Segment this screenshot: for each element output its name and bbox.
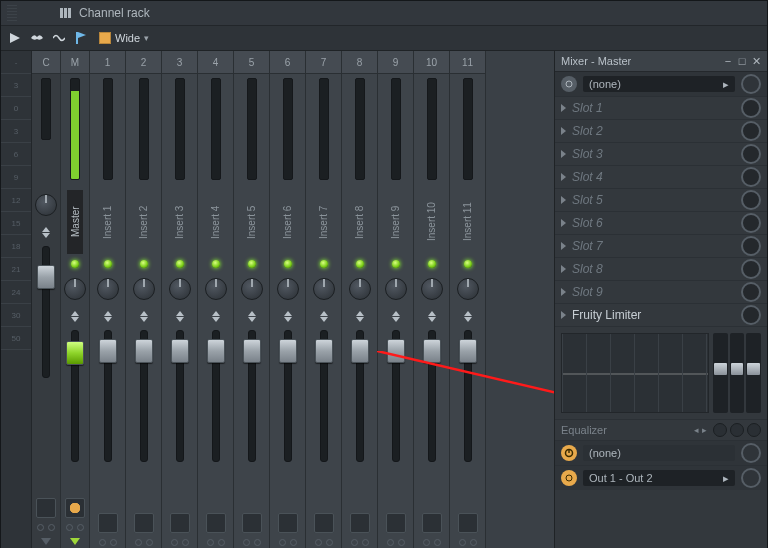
- fx-slot-used[interactable]: Fruity Limiter: [555, 304, 767, 327]
- close-icon[interactable]: ✕: [751, 56, 761, 66]
- fx-arrows[interactable]: [392, 306, 400, 326]
- route-toggle[interactable]: [206, 513, 226, 533]
- output-latency-icon[interactable]: [741, 468, 761, 488]
- mini-dots[interactable]: [207, 539, 225, 546]
- pan-knob[interactable]: [313, 278, 335, 300]
- fx-slot-empty[interactable]: Slot 1: [555, 97, 767, 120]
- track-insert[interactable]: 11Insert 11: [450, 51, 486, 548]
- track-insert[interactable]: 2Insert 2: [126, 51, 162, 548]
- volume-fader[interactable]: [212, 326, 220, 510]
- volume-fader[interactable]: [176, 326, 184, 510]
- mini-dots[interactable]: [66, 524, 84, 531]
- fx-slot-empty[interactable]: Slot 5: [555, 189, 767, 212]
- route-toggle[interactable]: [458, 513, 478, 533]
- mute-led[interactable]: [212, 260, 220, 268]
- volume-fader[interactable]: [248, 326, 256, 510]
- route-toggle[interactable]: [98, 513, 118, 533]
- track-insert[interactable]: 10Insert 10: [414, 51, 450, 548]
- pan-knob[interactable]: [385, 278, 407, 300]
- volume-fader[interactable]: [320, 326, 328, 510]
- route-toggle[interactable]: [386, 513, 406, 533]
- mini-dots[interactable]: [315, 539, 333, 546]
- flag-icon[interactable]: [73, 30, 89, 46]
- send-latency-icon[interactable]: [741, 443, 761, 463]
- track-insert[interactable]: 6Insert 6: [270, 51, 306, 548]
- bird-icon[interactable]: [29, 30, 45, 46]
- eq-band-fader-mid[interactable]: [730, 333, 745, 413]
- dock-arrow-icon[interactable]: [70, 538, 80, 545]
- fx-arrows[interactable]: [464, 306, 472, 326]
- input-latency-icon[interactable]: [741, 74, 761, 94]
- fx-slot-empty[interactable]: Slot 3: [555, 143, 767, 166]
- minimize-icon[interactable]: −: [723, 56, 733, 66]
- route-toggle[interactable]: [134, 513, 154, 533]
- output-routing-icon[interactable]: [561, 470, 577, 486]
- route-toggle[interactable]: [242, 513, 262, 533]
- route-toggle[interactable]: [170, 513, 190, 533]
- pan-knob[interactable]: [277, 278, 299, 300]
- fx-slot-empty[interactable]: Slot 2: [555, 120, 767, 143]
- eq-band-fader-low[interactable]: [713, 333, 728, 413]
- fx-arrows[interactable]: [42, 222, 50, 242]
- track-insert[interactable]: 5Insert 5: [234, 51, 270, 548]
- mini-dots[interactable]: [423, 539, 441, 546]
- eq-freq-knob-low[interactable]: [713, 423, 727, 437]
- slot-mix-knob[interactable]: [741, 236, 761, 256]
- mini-dots[interactable]: [279, 539, 297, 546]
- fx-arrows[interactable]: [248, 306, 256, 326]
- mute-led[interactable]: [104, 260, 112, 268]
- track-insert[interactable]: 4Insert 4: [198, 51, 234, 548]
- mute-led[interactable]: [248, 260, 256, 268]
- fx-arrows[interactable]: [140, 306, 148, 326]
- pan-knob[interactable]: [35, 194, 57, 216]
- pan-knob[interactable]: [205, 278, 227, 300]
- mute-led[interactable]: [320, 260, 328, 268]
- eq-freq-knob-mid[interactable]: [730, 423, 744, 437]
- route-toggle[interactable]: [36, 498, 56, 518]
- slot-mix-knob[interactable]: [741, 259, 761, 279]
- track-master[interactable]: M Master: [61, 51, 90, 548]
- fx-slot-empty[interactable]: Slot 7: [555, 235, 767, 258]
- fx-arrows[interactable]: [428, 306, 436, 326]
- route-toggle[interactable]: [65, 498, 85, 518]
- track-insert[interactable]: 8Insert 8: [342, 51, 378, 548]
- mute-led[interactable]: [71, 260, 79, 268]
- mini-dots[interactable]: [37, 524, 55, 531]
- send-selector[interactable]: (none): [583, 445, 735, 461]
- slot-mix-knob[interactable]: [741, 98, 761, 118]
- volume-fader[interactable]: [464, 326, 472, 510]
- mini-dots[interactable]: [171, 539, 189, 546]
- pan-knob[interactable]: [169, 278, 191, 300]
- volume-fader[interactable]: [428, 326, 436, 510]
- mute-led[interactable]: [464, 260, 472, 268]
- eq-freq-knob-high[interactable]: [747, 423, 761, 437]
- fx-slot-empty[interactable]: Slot 6: [555, 212, 767, 235]
- volume-fader[interactable]: [104, 326, 112, 510]
- volume-fader[interactable]: [392, 326, 400, 510]
- track-insert[interactable]: 1Insert 1: [90, 51, 126, 548]
- play-icon[interactable]: [7, 30, 23, 46]
- slot-mix-knob[interactable]: [741, 167, 761, 187]
- fx-slot-empty[interactable]: Slot 4: [555, 166, 767, 189]
- volume-fader[interactable]: [140, 326, 148, 510]
- mute-led[interactable]: [428, 260, 436, 268]
- pan-knob[interactable]: [64, 278, 86, 300]
- slot-mix-knob[interactable]: [741, 121, 761, 141]
- pan-knob[interactable]: [241, 278, 263, 300]
- output-selector[interactable]: Out 1 - Out 2▸: [583, 470, 735, 486]
- maximize-icon[interactable]: □: [737, 56, 747, 66]
- dock-arrow-icon[interactable]: [41, 538, 51, 545]
- wave-icon[interactable]: [51, 30, 67, 46]
- pan-knob[interactable]: [349, 278, 371, 300]
- volume-fader[interactable]: [42, 242, 50, 495]
- mute-led[interactable]: [140, 260, 148, 268]
- fx-arrows[interactable]: [212, 306, 220, 326]
- route-toggle[interactable]: [350, 513, 370, 533]
- fx-arrows[interactable]: [104, 306, 112, 326]
- pan-knob[interactable]: [97, 278, 119, 300]
- fx-arrows[interactable]: [176, 306, 184, 326]
- fx-arrows[interactable]: [71, 306, 79, 326]
- slot-mix-knob[interactable]: [741, 305, 761, 325]
- mini-dots[interactable]: [387, 539, 405, 546]
- slot-mix-knob[interactable]: [741, 190, 761, 210]
